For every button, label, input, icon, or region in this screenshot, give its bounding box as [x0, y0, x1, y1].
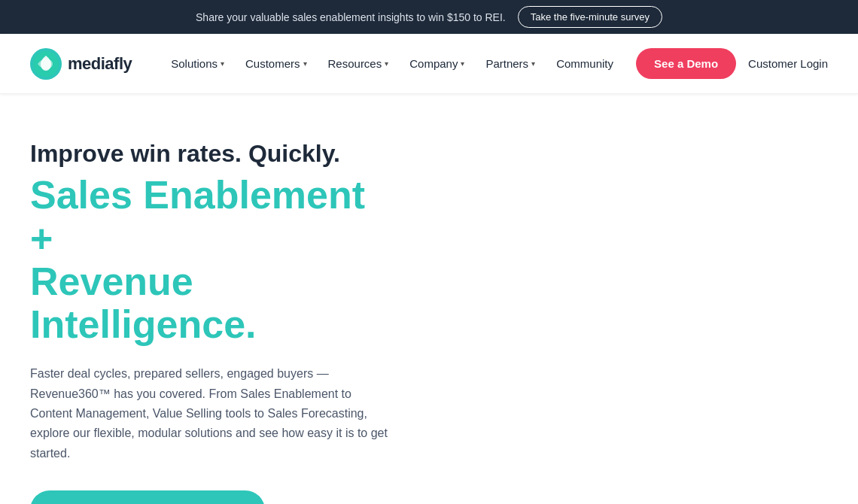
announcement-bar: Share your valuable sales enablement ins…	[0, 0, 858, 34]
logo-text: mediafly	[68, 54, 132, 74]
nav-partners-label: Partners	[485, 57, 528, 70]
hero-title-line2: Revenue	[30, 260, 193, 303]
nav-company-label: Company	[409, 57, 458, 70]
hero-title-line3: Intelligence.	[30, 302, 257, 346]
nav-resources-label: Resources	[328, 57, 382, 70]
cta-button[interactable]: Unlock Revenue Opportunities	[30, 490, 265, 504]
announcement-text: Share your valuable sales enablement ins…	[196, 11, 506, 23]
nav-item-resources[interactable]: Resources ▾	[319, 51, 398, 76]
nav-customers-label: Customers	[245, 57, 300, 70]
nav-item-community[interactable]: Community	[547, 51, 622, 76]
hero-title-line1: Sales Enablement +	[30, 173, 365, 260]
chevron-down-icon: ▾	[303, 59, 307, 68]
hero-title: Sales Enablement + Revenue Intelligence.	[30, 174, 391, 346]
customer-login-link[interactable]: Customer Login	[748, 57, 828, 70]
nav-item-company[interactable]: Company ▾	[400, 51, 473, 76]
nav-item-solutions[interactable]: Solutions ▾	[162, 51, 233, 76]
chevron-down-icon: ▾	[221, 59, 224, 68]
hero-section: Improve win rates. Quickly. Sales Enable…	[0, 94, 421, 504]
hero-description: Faster deal cycles, prepared sellers, en…	[30, 364, 391, 463]
hero-subtitle: Improve win rates. Quickly.	[30, 139, 391, 168]
nav-actions: See a Demo Customer Login	[636, 48, 828, 79]
navbar: mediafly Solutions ▾ Customers ▾ Resourc…	[0, 34, 858, 94]
logo-icon	[30, 48, 62, 80]
nav-links: Solutions ▾ Customers ▾ Resources ▾ Comp…	[162, 51, 636, 76]
nav-solutions-label: Solutions	[171, 57, 218, 70]
demo-button[interactable]: See a Demo	[636, 48, 736, 79]
chevron-down-icon: ▾	[531, 59, 535, 68]
nav-item-customers[interactable]: Customers ▾	[236, 51, 316, 76]
survey-button[interactable]: Take the five-minute survey	[518, 6, 662, 28]
chevron-down-icon: ▾	[385, 59, 388, 68]
logo[interactable]: mediafly	[30, 48, 132, 80]
chevron-down-icon: ▾	[461, 59, 464, 68]
nav-item-partners[interactable]: Partners ▾	[476, 51, 544, 76]
nav-community-label: Community	[556, 57, 613, 70]
